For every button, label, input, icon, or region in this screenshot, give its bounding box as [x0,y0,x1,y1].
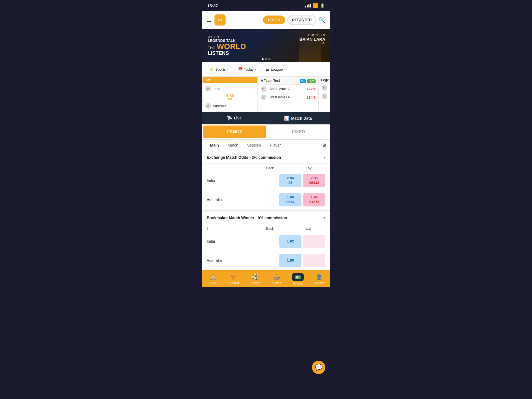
tv-badge: TV [300,79,306,83]
match-badges: TV LIVE [299,78,316,83]
today-label: Today [244,67,254,71]
odds-table-exchange: Back Lay India 2.04 25 2.06 95433 [202,164,330,209]
today-chevron: ▾ [255,68,256,71]
fancy-button[interactable]: FANCY [203,126,266,138]
sub-tabs: Main Match Session Player ⊕ [202,140,330,151]
bottom-nav: 🏠 Home 🏏 Cricket ⚽ Football 🎰 Casino 💵 D… [202,270,330,287]
exchange-india-lay[interactable]: 2.06 95433 [303,174,325,187]
league-filter[interactable]: ☰ League ▾ [262,65,289,73]
exchange-section-header: Exchange Match Odds - 2% commission ▾ [202,151,330,164]
nav-account-label: Account [314,282,324,285]
banner-line4: LISTENS [208,50,324,56]
phone-frame: 15:37 📶 🔋 ☰ 23 LOGIN REGISTER 🔍 [202,0,330,287]
wi-logo: 🏏 [261,94,266,100]
deposit-box: 💵 [292,273,304,281]
info-icon: ℹ [207,226,208,231]
match-data-tab[interactable]: 📊 Match Data [266,112,330,124]
tab-more[interactable]: ⊕ [322,140,326,151]
match-card-3[interactable]: Lege... 🏏 🏏 [319,76,330,112]
sports-chevron: ▾ [227,68,229,71]
tab-match[interactable]: Match [223,140,243,151]
logo-3b: 🏏 [322,93,327,99]
logo: 23 [214,14,226,25]
match-card-3-header: Lege... [319,77,330,84]
tab-main[interactable]: Main [206,140,223,151]
fixed-button[interactable]: FIXED [267,124,330,139]
banner-line5: THE [208,46,215,50]
hamburger-icon[interactable]: ☰ [207,17,212,23]
score-val-1: 172/4 [306,87,316,91]
status-bar: 15:37 📶 🔋 [202,0,330,11]
match-card-2[interactable]: A Team Test TV LIVE 🏏 South Africa A 172… [258,76,319,112]
login-button[interactable]: LOGIN [263,16,285,24]
nav-football[interactable]: ⚽ Football [245,270,266,287]
score-row-2: 🏏 West Indies A 314/9 [258,93,318,101]
account-icon: 👤 [316,274,323,280]
cricket-icon: 🏏 [231,274,238,280]
score-team-1: South Africa A [270,87,304,91]
filter-bar: ⚡ Sports ▾ 📅 Today ▾ ☰ League ▾ [202,62,330,76]
nav-account[interactable]: 👤 Account [308,270,330,287]
india-name: India [213,87,255,91]
banner-content: WHEN LEGENDS TALK THE WORLD LISTENS [202,35,330,56]
bookmaker-india-lay-empty [303,235,325,248]
league-label: League [271,67,283,71]
banner-line1: WHEN [208,35,324,39]
odds-header: Back Lay [207,164,325,171]
sports-filter[interactable]: ⚡ Sports ▾ [206,65,232,73]
football-icon: ⚽ [252,274,259,280]
exchange-chevron[interactable]: ▾ [323,155,325,160]
bookmaker-lay-header: Lay [298,226,320,231]
bookmaker-chevron[interactable]: ▾ [323,216,325,220]
australia-name: Australia [213,104,255,108]
match-card-1-body: 🏏 India 4:30PM 🏏 Australia [203,83,257,112]
exchange-australia-back[interactable]: 1.96 9064 [279,193,301,206]
exchange-australia-name: Australia [207,198,279,202]
back-header: Back [259,166,281,170]
exchange-title: Exchange Match Odds - 2% commission [207,155,281,160]
exchange-india-back[interactable]: 2.04 25 [279,174,301,187]
live-label: Live [234,116,242,120]
exchange-section: Exchange Match Odds - 2% commission ▾ Ba… [202,151,330,209]
match-card-1[interactable]: T20I 🏏 India 4:30PM 🏏 Australia [202,76,258,112]
tab-session[interactable]: Session [243,140,265,151]
nav-football-label: Football [250,282,260,285]
live-tabs: 📡 Live 📊 Match Data [202,112,330,124]
fancy-fixed: FANCY FIXED [202,124,330,140]
bookmaker-india-back[interactable]: 1.92 [279,235,301,248]
score-team-2: West Indies A [270,95,304,99]
exchange-india-name: India [207,178,279,183]
logo-3a: 🏏 [322,85,327,91]
sports-label: Sports [215,67,226,71]
bookmaker-odds-header: ℹ Back Lay [207,224,325,232]
banner-dots [262,58,270,60]
tab-player[interactable]: Player [265,140,285,151]
dot-2 [265,58,267,60]
odds-table-bookmaker: ℹ Back Lay India 1.92 Australia [202,224,330,270]
nav-casino-label: Casino [272,282,281,285]
bookmaker-title: Bookmaker Match Winner - 0% commission [207,216,287,220]
table-row: Australia 1.96 9064 1.97 21273 [207,190,325,209]
live-tab[interactable]: 📡 Live [202,112,266,124]
nav-cricket[interactable]: 🏏 Cricket [224,270,245,287]
register-button[interactable]: REGISTER [287,15,316,25]
bookmaker-section-header: Bookmaker Match Winner - 0% commission ▾ [202,212,330,224]
casino-icon: 🎰 [273,274,280,280]
nav-deposit[interactable]: 💵 Deposit [287,270,309,287]
dot-1 [262,58,264,60]
exchange-australia-lay[interactable]: 1.97 21273 [303,193,325,206]
bookmaker-australia-lay-empty [303,254,325,267]
banner-line3: WORLD [217,43,246,50]
search-icon[interactable]: 🔍 [318,17,325,23]
australia-logo: 🏏 [205,103,211,109]
score-row-1: 🏏 South Africa A 172/4 [258,85,318,93]
nav-home[interactable]: 🏠 Home [202,270,224,287]
main-content: Exchange Match Odds - 2% commission ▾ Ba… [202,151,330,270]
lay-header: Lay [298,166,320,170]
sports-icon: ⚡ [209,67,214,71]
match-card-2-header: A Team Test TV LIVE [258,77,318,85]
today-filter[interactable]: 📅 Today ▾ [234,65,260,73]
bookmaker-australia-back[interactable]: 1.86 [279,254,301,267]
nav-casino[interactable]: 🎰 Casino [266,270,287,287]
header-right: LOGIN REGISTER 🔍 [263,15,325,25]
